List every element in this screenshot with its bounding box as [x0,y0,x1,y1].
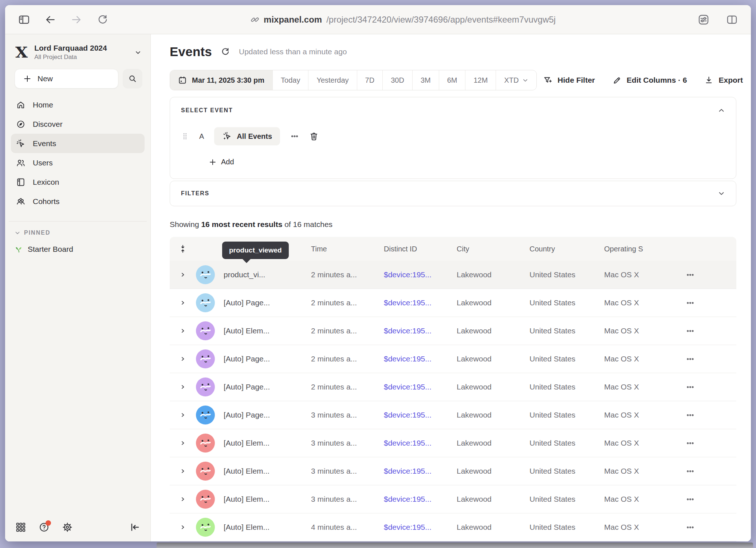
event-avatar [196,462,215,481]
forward-button[interactable] [71,14,82,26]
column-header-city[interactable]: City [457,245,529,253]
sidebar-item-users[interactable]: Users [11,153,145,172]
sidebar-item-lexicon[interactable]: Lexicon [11,172,145,192]
distinct-id-link[interactable]: $device:195... [384,467,432,475]
trash-icon[interactable] [309,132,319,141]
preset-yesterday[interactable]: Yesterday [308,70,357,90]
table-row: [Auto] Elem... 4 minutes a... $device:19… [170,513,736,541]
date-picker-button[interactable]: Mar 11, 2025 3:30 pm [170,70,272,90]
row-actions-button[interactable] [686,439,694,447]
row-actions-button[interactable] [686,299,694,307]
row-actions-button[interactable] [686,355,694,363]
row-actions-button[interactable] [686,271,694,279]
os-value: Mac OS X [604,439,639,447]
column-header-country[interactable]: Country [529,245,604,253]
preset-30d[interactable]: 30D [382,70,412,90]
column-header-distinct-id[interactable]: Distinct ID [384,245,457,253]
row-expand-chevron-icon[interactable] [179,496,186,503]
page-settings-button[interactable] [698,14,709,26]
sidebar-item-starter-board[interactable]: Starter Board [15,245,150,254]
distinct-id-link[interactable]: $device:195... [384,495,432,503]
country-value: United States [529,411,575,419]
add-event-button[interactable]: Add [209,158,725,166]
distinct-id-link[interactable]: $device:195... [384,355,432,363]
browser-toolbar: mixpanel.com/project/3472420/view/397469… [5,5,751,34]
row-actions-button[interactable] [686,327,694,335]
browser-sidebar-toggle-button[interactable] [18,14,30,26]
row-expand-chevron-icon[interactable] [179,439,186,447]
address-bar[interactable]: mixpanel.com/project/3472420/view/397469… [109,15,698,25]
reload-button[interactable] [97,14,109,26]
sidebar-item-cohorts[interactable]: Cohorts [11,192,145,211]
row-expand-chevron-icon[interactable] [179,327,186,334]
row-actions-button[interactable] [686,495,694,504]
sidebar-item-events[interactable]: Events [11,134,145,153]
project-switcher[interactable]: X Lord Farquaad 2024 All Project Data [5,34,150,61]
row-expand-chevron-icon[interactable] [179,271,186,278]
apps-grid-icon[interactable] [15,522,26,533]
edit-columns-button[interactable]: Edit Columns · 6 [613,76,687,85]
filters-label: FILTERS [181,190,209,197]
row-actions-button[interactable] [686,523,694,532]
preset-12m[interactable]: 12M [465,70,496,90]
event-row-letter: A [199,132,204,141]
hide-filter-button[interactable]: Hide Filter [543,76,595,85]
collapse-all-rows-icon[interactable] [178,244,187,253]
distinct-id-link[interactable]: $device:195... [384,411,432,419]
filters-panel: FILTERS [170,181,736,206]
refresh-icon[interactable] [221,47,230,56]
collapse-panel-chevron-up-icon[interactable] [718,107,725,114]
row-expand-chevron-icon[interactable] [179,524,186,531]
sidebar-item-discover[interactable]: Discover [11,114,145,134]
help-button[interactable] [39,522,50,533]
export-button[interactable]: Export [704,76,743,85]
back-button[interactable] [44,14,56,26]
expand-panel-chevron-down-icon[interactable] [718,190,725,197]
preset-3m[interactable]: 3M [412,70,439,90]
collapse-sidebar-button[interactable] [129,522,140,533]
preset-today[interactable]: Today [272,70,308,90]
row-expand-chevron-icon[interactable] [179,383,186,391]
distinct-id-link[interactable]: $device:195... [384,298,432,307]
add-button-label: Add [221,158,234,166]
cursor-click-icon [16,139,25,148]
city-value: Lakewood [457,270,492,279]
distinct-id-link[interactable]: $device:195... [384,523,432,531]
search-button[interactable] [123,69,142,89]
table-row: [Auto] Page... 2 minutes a... $device:19… [170,373,736,401]
new-button[interactable]: New [15,69,118,89]
event-avatar [196,434,215,453]
preset-xtd-dropdown[interactable]: XTD [496,70,536,90]
distinct-id-link[interactable]: $device:195... [384,439,432,447]
pinned-section-header[interactable]: PINNED [15,230,150,236]
event-time: 3 minutes a... [311,495,357,503]
distinct-id-link[interactable]: $device:195... [384,326,432,335]
row-actions-button[interactable] [686,467,694,475]
gear-icon[interactable] [62,522,73,533]
distinct-id-link[interactable]: $device:195... [384,383,432,391]
chevron-down-icon [15,230,20,236]
row-actions-button[interactable] [686,411,694,419]
event-avatar [196,321,215,340]
row-actions-button[interactable] [686,383,694,391]
event-avatar [196,377,215,396]
row-expand-chevron-icon[interactable] [179,467,186,475]
row-expand-chevron-icon[interactable] [179,299,186,306]
event-more-options-button[interactable] [290,132,299,141]
preset-7d[interactable]: 7D [357,70,383,90]
row-expand-chevron-icon[interactable] [179,411,186,419]
sidebar-item-home[interactable]: Home [11,95,145,114]
column-header-time[interactable]: Time [311,245,384,253]
drag-handle-icon[interactable] [181,132,189,140]
event-name: [Auto] Elem... [224,326,269,335]
row-expand-chevron-icon[interactable] [179,355,186,363]
preset-6m[interactable]: 6M [439,70,465,90]
column-header-os[interactable]: Operating S [604,245,686,253]
selected-event-name: All Events [237,132,272,141]
home-icon [16,100,25,110]
event-selector-pill[interactable]: All Events [214,127,280,145]
distinct-id-link[interactable]: $device:195... [384,270,432,279]
pinned-item-label: Starter Board [28,245,73,254]
split-view-button[interactable] [726,14,738,26]
compass-icon [16,120,25,129]
